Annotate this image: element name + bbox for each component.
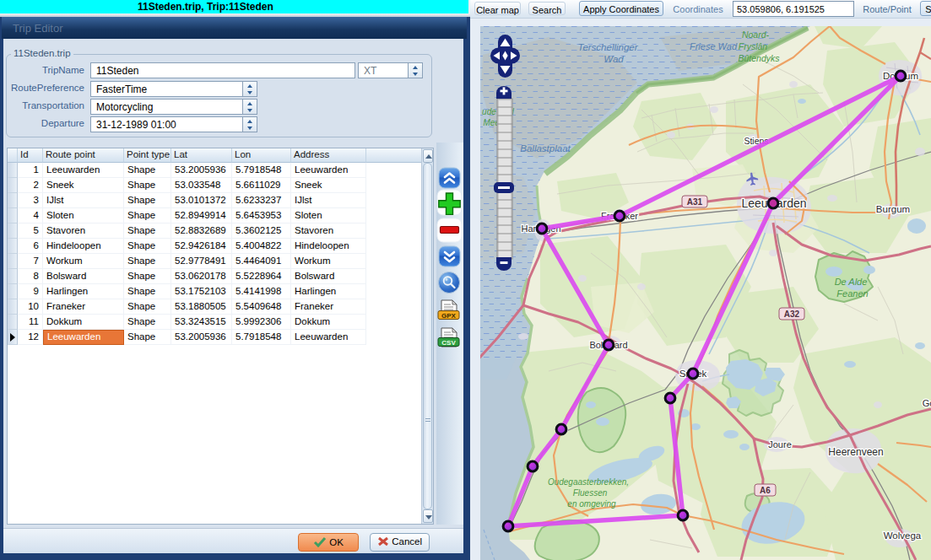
svg-text:Terschellinger: Terschellinger: [577, 42, 638, 52]
svg-text:Heerenveen: Heerenveen: [828, 446, 883, 458]
svg-text:A32: A32: [784, 310, 800, 319]
svg-text:CSV: CSV: [441, 339, 456, 347]
svg-text:Friese Wad: Friese Wad: [690, 41, 738, 51]
svg-text:De Alde: De Alde: [835, 277, 868, 287]
svg-text:A6: A6: [760, 486, 771, 495]
svg-text:Oudegaasterbrekken,: Oudegaasterbrekken,: [548, 477, 629, 487]
svg-text:Fluessen: Fluessen: [573, 488, 608, 498]
svg-text:Fryslân: Fryslân: [739, 41, 768, 51]
svg-text:en omgeving: en omgeving: [567, 499, 616, 509]
svg-text:Joure: Joure: [768, 439, 792, 450]
svg-text:Noard-: Noard-: [742, 30, 770, 40]
svg-text:Feanen: Feanen: [836, 288, 868, 299]
svg-text:Wad: Wad: [604, 54, 624, 64]
svg-text:Burgum: Burgum: [876, 204, 910, 214]
svg-text:Bûtendyks: Bûtendyks: [738, 53, 780, 63]
svg-text:Wolvega: Wolvega: [884, 530, 922, 541]
svg-text:Ballastplaat: Ballastplaat: [520, 143, 571, 153]
svg-text:GPX: GPX: [441, 312, 457, 320]
svg-text:Go: Go: [923, 398, 931, 408]
svg-text:A31: A31: [687, 197, 703, 207]
